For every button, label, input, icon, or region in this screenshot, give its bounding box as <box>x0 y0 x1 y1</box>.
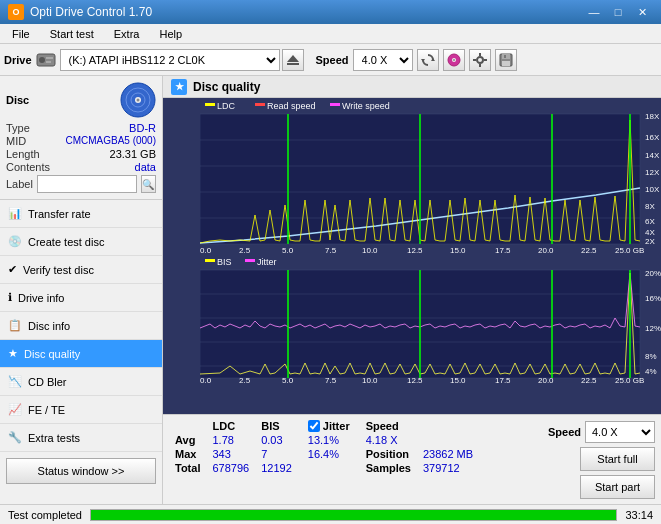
svg-text:8%: 8% <box>645 352 657 361</box>
contents-label: Contents <box>6 161 50 173</box>
sidebar-item-disc-quality[interactable]: ★ Disc quality <box>0 340 162 368</box>
fe-te-icon: 📈 <box>8 403 22 416</box>
close-button[interactable]: ✕ <box>631 3 653 21</box>
svg-text:4X: 4X <box>645 228 655 237</box>
speed-label: Speed <box>316 54 349 66</box>
svg-rect-2 <box>46 57 53 59</box>
disc-button[interactable] <box>443 49 465 71</box>
max-bis: 7 <box>255 447 298 461</box>
stats-speed-select[interactable]: 4.0 X <box>585 421 655 443</box>
svg-rect-25 <box>205 103 215 106</box>
main-layout: Disc Type BD-R MID CMCMAGBA5 (000) Lengt… <box>0 76 661 504</box>
svg-text:17.5: 17.5 <box>495 376 511 384</box>
svg-rect-13 <box>479 64 481 67</box>
title-bar-controls: — □ ✕ <box>583 3 653 21</box>
svg-rect-5 <box>287 63 299 65</box>
svg-text:Write speed: Write speed <box>342 101 390 111</box>
avg-jitter: 13.1% <box>298 433 360 447</box>
label-label: Label <box>6 178 33 190</box>
menu-file[interactable]: File <box>4 26 38 42</box>
svg-text:0.0: 0.0 <box>200 246 212 255</box>
cd-bler-icon: 📉 <box>8 375 22 388</box>
svg-text:12.5: 12.5 <box>407 376 423 384</box>
menu-help[interactable]: Help <box>151 26 190 42</box>
svg-text:18X: 18X <box>645 112 660 121</box>
start-part-button[interactable]: Start part <box>580 475 655 499</box>
app-title: Opti Drive Control 1.70 <box>30 5 152 19</box>
sidebar-item-verify-test-disc[interactable]: ✔ Verify test disc <box>0 256 162 284</box>
verify-test-disc-icon: ✔ <box>8 263 17 276</box>
save-button[interactable] <box>495 49 517 71</box>
stats-table: LDC BIS Jitter Speed Avg 1.7 <box>163 415 542 504</box>
svg-rect-14 <box>473 59 476 61</box>
sidebar-item-label: Disc quality <box>24 348 80 360</box>
sidebar-item-disc-info[interactable]: 📋 Disc info <box>0 312 162 340</box>
drive-label: Drive <box>4 54 32 66</box>
svg-text:7.5: 7.5 <box>325 246 337 255</box>
svg-point-24 <box>137 99 140 102</box>
save-icon <box>499 53 513 67</box>
settings-button[interactable] <box>469 49 491 71</box>
svg-text:10X: 10X <box>645 185 660 194</box>
disc-icon <box>447 53 461 67</box>
bottom-chart-svg: BIS Jitter 10 9 8 7 6 5 <box>200 256 661 384</box>
disc-quality-icon: ★ <box>8 347 18 360</box>
disc-info-panel: Disc Type BD-R MID CMCMAGBA5 (000) Lengt… <box>0 76 162 200</box>
eject-button[interactable] <box>282 49 304 71</box>
sidebar-item-cd-bler[interactable]: 📉 CD Bler <box>0 368 162 396</box>
type-label: Type <box>6 122 30 134</box>
bottom-chart: BIS Jitter 10 9 8 7 6 5 <box>165 256 659 384</box>
speed-select[interactable]: 4.0 X <box>353 49 413 71</box>
max-jitter: 16.4% <box>298 447 360 461</box>
menu-extra[interactable]: Extra <box>106 26 148 42</box>
svg-text:22.5: 22.5 <box>581 376 597 384</box>
extra-tests-icon: 🔧 <box>8 431 22 444</box>
avg-bis: 0.03 <box>255 433 298 447</box>
drive-select[interactable]: (K:) ATAPI iHBS112 2 CL0K <box>60 49 280 71</box>
svg-marker-4 <box>287 55 299 62</box>
svg-text:Jitter: Jitter <box>257 257 277 267</box>
svg-point-1 <box>39 57 45 63</box>
max-position: 23862 MB <box>417 447 479 461</box>
type-value: BD-R <box>129 122 156 134</box>
minimize-button[interactable]: — <box>583 3 605 21</box>
maximize-button[interactable]: □ <box>607 3 629 21</box>
status-window-button[interactable]: Status window >> <box>6 458 156 484</box>
nav-items: 📊 Transfer rate 💿 Create test disc ✔ Ver… <box>0 200 162 452</box>
mid-label: MID <box>6 135 26 147</box>
svg-rect-12 <box>479 53 481 56</box>
svg-text:5.0: 5.0 <box>282 376 294 384</box>
svg-text:2.5: 2.5 <box>239 376 251 384</box>
label-search-button[interactable]: 🔍 <box>141 175 156 193</box>
svg-text:22.5: 22.5 <box>581 246 597 255</box>
svg-text:17.5: 17.5 <box>495 246 511 255</box>
start-full-button[interactable]: Start full <box>580 447 655 471</box>
gear-icon <box>473 53 487 67</box>
mid-value: CMCMAGBA5 (000) <box>65 135 156 147</box>
disc-section-title: Disc <box>6 94 29 106</box>
disc-info-icon: 📋 <box>8 319 22 332</box>
sidebar-item-label: Transfer rate <box>28 208 91 220</box>
sidebar-item-extra-tests[interactable]: 🔧 Extra tests <box>0 424 162 452</box>
jitter-checkbox[interactable] <box>308 420 320 432</box>
svg-text:15.0: 15.0 <box>450 246 466 255</box>
sidebar-item-drive-info[interactable]: ℹ Drive info <box>0 284 162 312</box>
stats-panel: LDC BIS Jitter Speed Avg 1.7 <box>163 414 661 504</box>
avg-speed: 4.18 X <box>360 433 417 447</box>
sidebar-item-transfer-rate[interactable]: 📊 Transfer rate <box>0 200 162 228</box>
disc-quality-title: Disc quality <box>193 80 260 94</box>
total-bis: 12192 <box>255 461 298 475</box>
label-input[interactable] <box>37 175 137 193</box>
ldc-header: LDC <box>206 419 255 433</box>
menu-start-test[interactable]: Start test <box>42 26 102 42</box>
sidebar-item-create-test-disc[interactable]: 💿 Create test disc <box>0 228 162 256</box>
total-label: Total <box>169 461 206 475</box>
sidebar-item-fe-te[interactable]: 📈 FE / TE <box>0 396 162 424</box>
svg-text:4%: 4% <box>645 367 657 376</box>
refresh-button[interactable] <box>417 49 439 71</box>
max-ldc: 343 <box>206 447 255 461</box>
avg-ldc: 1.78 <box>206 433 255 447</box>
contents-value: data <box>135 161 156 173</box>
top-chart: LDC Read speed Write speed 400 350 30 <box>165 100 659 255</box>
svg-rect-18 <box>502 61 510 66</box>
